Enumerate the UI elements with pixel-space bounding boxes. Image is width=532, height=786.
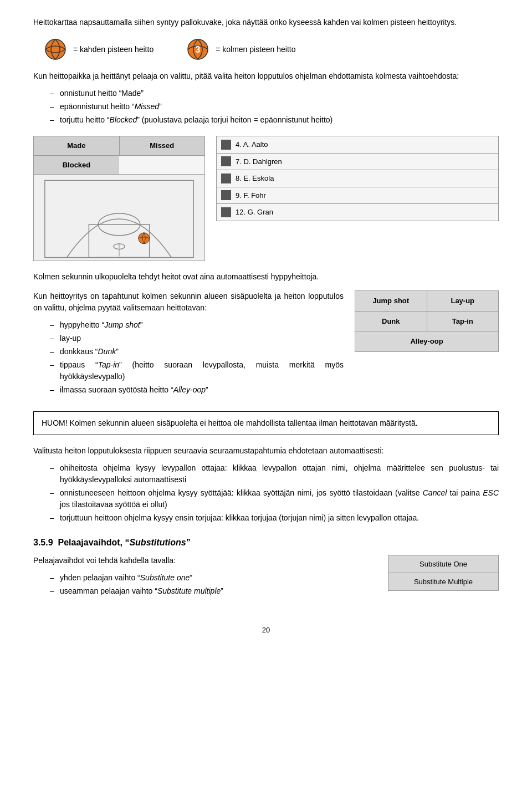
sub-section: Pelaajavaihdot voi tehdä kahdella tavall…: [33, 555, 499, 603]
made-button[interactable]: Made: [34, 136, 120, 155]
followup-list: ohiheitosta ohjelma kysyy levypallon ott…: [33, 462, 499, 524]
jump-shot-button[interactable]: Jump shot: [355, 291, 427, 311]
shot-type-3: donkkaus “Dunk”: [50, 346, 344, 358]
player-icon-1: [221, 140, 231, 150]
court-image-area: [34, 175, 204, 261]
court-svg: [34, 175, 204, 261]
player-list-panel: 4. A. Aalto 7. D. Dahlgren 8. E. Eskola …: [216, 136, 499, 221]
sub-intro: Pelaajavaihdot voi tehdä kahdella tavall…: [33, 555, 377, 566]
dunk-button[interactable]: Dunk: [355, 312, 427, 331]
blocked-half-left: Blocked: [34, 156, 119, 175]
player-item-5[interactable]: 12. G. Gran: [217, 204, 498, 221]
huom-text: HUOM! Kolmen sekunnin alueen sisäpuolelt…: [42, 418, 418, 427]
followup-1: ohiheitosta ohjelma kysyy levypallon ott…: [50, 462, 499, 486]
shot-type-4: tippaus “Tap-in” (heitto suoraan levypal…: [50, 359, 344, 382]
blocked-half-right: [119, 156, 204, 175]
player-name-2: 7. D. Dahlgren: [236, 156, 282, 167]
player-name-4: 9. F. Fohr: [236, 190, 266, 201]
followup-3: torjuttuun heittoon ohjelma kysyy ensin …: [50, 512, 499, 524]
outcome-list: onnistunut heitto “Made” epäonnistunut h…: [33, 88, 499, 126]
player-icon-3: [221, 173, 231, 183]
section-heading: 3.5.9 Pelaajavaihdot, “Substitutions”: [33, 536, 499, 549]
player-icon-4: [221, 190, 231, 200]
blocked-area: Blocked: [34, 156, 204, 175]
player-icon-2: [221, 156, 231, 166]
shot-section: Kun heittoyritys on tapahtunut kolmen se…: [33, 290, 499, 401]
svg-text:3: 3: [196, 45, 201, 54]
alley-oop-button[interactable]: Alley-oop: [355, 331, 498, 351]
missed-button[interactable]: Missed: [120, 136, 205, 155]
outcome-item-1: onnistunut heitto “Made”: [50, 88, 499, 99]
followup-intro: Valitusta heiton lopputuloksesta riippue…: [33, 445, 499, 457]
shot-type-2: lay-up: [50, 333, 344, 344]
svg-point-9: [139, 233, 150, 244]
shot-type-list: hyppyheitto “Jump shot” lay-up donkkaus …: [33, 319, 344, 396]
court-buttons-row: Made Missed: [34, 136, 204, 156]
three-point-label: = kolmen pisteen heitto: [216, 44, 295, 55]
kolmen-text: Kolmen sekunnin ulkopuolelta tehdyt heit…: [33, 271, 499, 283]
two-point-item: = kahden pisteen heitto: [44, 38, 154, 60]
sub-item-2: useamman pelaajan vaihto “Substitute mul…: [50, 585, 377, 597]
player-item-2[interactable]: 7. D. Dahlgren: [217, 154, 498, 171]
player-item-1[interactable]: 4. A. Aalto: [217, 136, 498, 154]
blocked-button[interactable]: Blocked: [34, 156, 119, 175]
intro-paragraph: Heittokarttaa napsauttamalla siihen synt…: [33, 17, 499, 28]
svg-point-0: [45, 39, 65, 59]
shot-row-3: Alley-oop: [355, 331, 498, 351]
followup-2: onnistuneeseen heittoon ohjelma kysyy sy…: [50, 487, 499, 511]
icon-row: = kahden pisteen heitto 3 = kolmen piste…: [44, 38, 499, 60]
two-point-ball-icon: [44, 38, 66, 60]
player-item-4[interactable]: 9. F. Fohr: [217, 187, 498, 205]
shot-type-1: hyppyheitto “Jump shot”: [50, 319, 344, 331]
shot-row-1: Jump shot Lay-up: [355, 291, 498, 312]
sub-buttons-panel: Substitute One Substitute Multiple: [388, 555, 499, 591]
court-diagram: Made Missed Blocked: [33, 136, 205, 261]
shot-type-grid: Jump shot Lay-up Dunk Tap-in Alley-oop: [355, 290, 499, 352]
shot-row-2: Dunk Tap-in: [355, 312, 498, 332]
sub-text: Pelaajavaihdot voi tehdä kahdella tavall…: [33, 555, 377, 603]
outcome-item-3: torjuttu heitto “Blocked” (puolustava pe…: [50, 114, 499, 126]
three-point-ball-icon: 3: [187, 38, 209, 60]
player-name-1: 4. A. Aalto: [236, 139, 268, 150]
diagram-section: Made Missed Blocked: [33, 136, 499, 261]
shot-text: Kun heittoyritys on tapahtunut kolmen se…: [33, 290, 344, 401]
shot-type-intro: Kun heittoyritys on tapahtunut kolmen se…: [33, 290, 344, 314]
page-number: 20: [33, 625, 499, 636]
sub-list: yhden pelaajan vaihto “Substitute one” u…: [33, 572, 377, 597]
followup-section: Valitusta heiton lopputuloksesta riippue…: [33, 445, 499, 524]
three-point-item: 3 = kolmen pisteen heitto: [187, 38, 295, 60]
page-content: Heittokarttaa napsauttamalla siihen synt…: [33, 17, 499, 636]
substitute-one-button[interactable]: Substitute One: [388, 555, 498, 573]
tap-in-button[interactable]: Tap-in: [427, 312, 499, 331]
outcome-intro: Kun heittopaikka ja heittänyt pelaaja on…: [33, 70, 499, 82]
huom-box: HUOM! Kolmen sekunnin alueen sisäpuolelt…: [33, 411, 499, 435]
player-name-3: 8. E. Eskola: [236, 173, 274, 184]
player-name-5: 12. G. Gran: [236, 207, 273, 218]
player-icon-5: [221, 207, 231, 217]
substitute-multiple-button[interactable]: Substitute Multiple: [388, 573, 498, 590]
sub-item-1: yhden pelaajan vaihto “Substitute one”: [50, 572, 377, 584]
shot-type-5: ilmassa suoraan syötöstä heitto “Alley-o…: [50, 384, 344, 396]
section-heading-text: 3.5.9 Pelaajavaihdot, “Substitutions”: [33, 538, 191, 547]
two-point-label: = kahden pisteen heitto: [73, 44, 154, 55]
player-item-3[interactable]: 8. E. Eskola: [217, 170, 498, 187]
outcome-item-2: epäonnistunut heitto “Missed”: [50, 101, 499, 113]
lay-up-button[interactable]: Lay-up: [427, 291, 499, 311]
